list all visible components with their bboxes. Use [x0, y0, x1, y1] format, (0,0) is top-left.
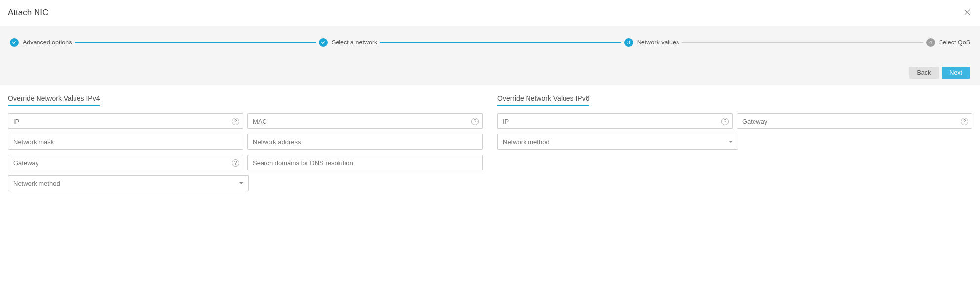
ip-field-wrap: ? [8, 113, 243, 129]
step-select-qos[interactable]: 4 Select QoS [926, 38, 970, 47]
step-connector [380, 42, 621, 43]
ipv4-gateway-input[interactable] [8, 155, 243, 170]
ipv4-dns-input[interactable] [247, 155, 483, 170]
next-button[interactable]: Next [942, 67, 970, 79]
close-icon [964, 9, 970, 15]
stepper-container: Advanced options Select a network 3 Netw… [0, 26, 980, 85]
checkmark-icon [319, 38, 328, 47]
step-select-network[interactable]: Select a network [319, 38, 377, 47]
dialog-title: Attach NIC [8, 8, 48, 18]
help-icon[interactable]: ? [232, 159, 239, 167]
chevron-down-icon [239, 182, 243, 184]
gateway-field-wrap: ? [8, 155, 243, 170]
step-network-values[interactable]: 3 Network values [624, 38, 679, 47]
ipv4-mac-input[interactable] [247, 113, 483, 129]
ipv6-method-select[interactable]: Network method [497, 134, 738, 150]
help-icon[interactable]: ? [232, 118, 239, 125]
help-icon[interactable]: ? [721, 118, 729, 125]
step-label: Network values [637, 39, 679, 46]
ipv4-mask-input[interactable] [8, 134, 243, 150]
select-label: Network method [13, 180, 60, 187]
ipv6-gateway-field-wrap: ? [737, 113, 972, 129]
select-label: Network method [503, 138, 550, 146]
help-icon[interactable]: ? [471, 118, 479, 125]
spacer [253, 175, 483, 191]
step-number-icon: 3 [624, 38, 633, 47]
step-number-icon: 4 [926, 38, 935, 47]
step-advanced-options[interactable]: Advanced options [10, 38, 72, 47]
ipv4-column: Override Network Values IPv4 ? ? ? [8, 92, 483, 196]
netaddr-field-wrap [247, 134, 483, 150]
ipv4-ip-input[interactable] [8, 113, 243, 129]
step-label: Advanced options [23, 39, 72, 46]
dialog-header: Attach NIC [0, 0, 980, 26]
stepper: Advanced options Select a network 3 Netw… [10, 38, 970, 47]
step-connector [682, 42, 923, 43]
ipv6-gateway-input[interactable] [737, 113, 972, 129]
ipv6-ip-field-wrap: ? [497, 113, 733, 129]
step-label: Select QoS [939, 39, 970, 46]
spacer [742, 134, 972, 150]
ipv6-ip-input[interactable] [497, 113, 733, 129]
step-label: Select a network [332, 39, 377, 46]
ipv4-netaddr-input[interactable] [247, 134, 483, 150]
help-icon[interactable]: ? [961, 118, 968, 125]
form-content: Override Network Values IPv4 ? ? ? [0, 85, 980, 203]
back-button[interactable]: Back [909, 67, 939, 79]
ipv6-section-title: Override Network Values IPv6 [497, 92, 589, 106]
checkmark-icon [10, 38, 19, 47]
ipv4-section-title: Override Network Values IPv4 [8, 92, 100, 106]
close-button[interactable] [962, 7, 972, 19]
dns-field-wrap [247, 155, 483, 170]
stepper-buttons: Back Next [10, 67, 970, 79]
mask-field-wrap [8, 134, 243, 150]
ipv4-method-select[interactable]: Network method [8, 175, 249, 191]
step-connector [75, 42, 316, 43]
ipv6-column: Override Network Values IPv6 ? ? Network… [497, 92, 972, 196]
chevron-down-icon [729, 141, 733, 143]
mac-field-wrap: ? [247, 113, 483, 129]
